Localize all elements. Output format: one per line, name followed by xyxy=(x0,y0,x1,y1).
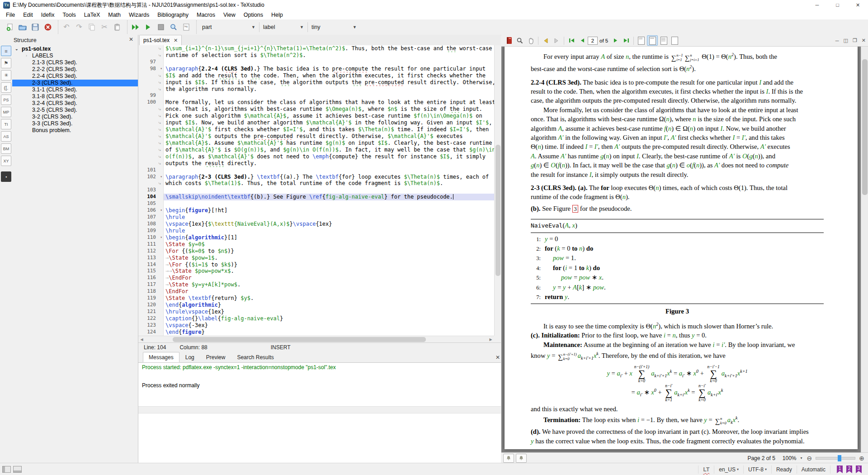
toggle-structure-panel-icon[interactable] xyxy=(2,466,11,473)
pdf-fit-width-icon[interactable] xyxy=(647,35,658,46)
side-panel-icon-7[interactable]: AS xyxy=(1,131,11,142)
code-line[interactable]: 115→→\State $pow=pow*x$. xyxy=(138,268,494,275)
pdf-dock-icon[interactable]: ◫ xyxy=(844,38,848,43)
view-log-button[interactable]: log xyxy=(180,21,192,33)
structure-item[interactable]: 2.1-3 (CLRS 3ed). xyxy=(12,59,138,66)
pdf-bell-icon-2[interactable] xyxy=(516,454,527,463)
editor-vertical-scrollbar[interactable] xyxy=(494,45,501,336)
code-line[interactable]: 107\hrule xyxy=(138,214,494,221)
code-line[interactable]: 109\hrule xyxy=(138,228,494,234)
menu-tools[interactable]: Tools xyxy=(59,11,80,19)
code-line[interactable]: ⤷the algorithm runs normally. xyxy=(138,86,494,93)
pdf-last-page-icon[interactable] xyxy=(621,36,631,45)
code-line[interactable]: 118\EndFor xyxy=(138,288,494,295)
pdf-hand-tool-icon[interactable] xyxy=(526,36,536,45)
code-line[interactable]: ⤷$\sum_{i=1}^{n-1}\sum_{j=i+1}^{n}\Theta… xyxy=(138,45,494,52)
code-line[interactable]: 110▾\begin{algorithmic}[1] xyxy=(138,234,494,241)
structure-item[interactable]: ›LABELS xyxy=(12,52,138,59)
menu-math[interactable]: Math xyxy=(104,11,125,19)
pdf-zoom-level[interactable]: 100% xyxy=(783,455,797,461)
languagetool-status[interactable]: LT xyxy=(703,466,709,473)
encoding-selector[interactable]: UTF-8▾ xyxy=(743,466,771,474)
code-line[interactable]: 106▾\begin{figure}[!ht] xyxy=(138,207,494,214)
build-and-view-button[interactable] xyxy=(130,21,142,33)
pdf-fit-text-icon[interactable] xyxy=(659,36,669,45)
code-line[interactable]: 117→\State $y=y+A[k]*pow$. xyxy=(138,281,494,288)
pdf-fit-original-icon[interactable]: 100 xyxy=(636,36,646,45)
side-panel-icon-3[interactable]: ([. xyxy=(1,82,11,93)
side-panel-icon-9[interactable]: XY xyxy=(1,156,11,166)
code-line[interactable]: ⤷input $I$. Now, we build another algori… xyxy=(138,119,494,126)
code-line[interactable]: 103 xyxy=(138,187,494,194)
compile-mode-status[interactable]: Automatic xyxy=(797,466,830,474)
code-line[interactable]: 100More formally, let us consider the cl… xyxy=(138,99,494,106)
code-line[interactable]: 122\caption{}\label{fig-alg-naive-eval} xyxy=(138,315,494,322)
label-combo[interactable]: label▼ xyxy=(259,22,307,33)
messages-horizontal-scrollbar[interactable] xyxy=(138,406,501,413)
section-level-combo[interactable]: part▼ xyxy=(198,22,259,33)
zoom-slider-handle[interactable] xyxy=(838,455,841,461)
side-panel-icon-0[interactable]: ≡ xyxy=(1,46,11,56)
menu-macros[interactable]: Macros xyxy=(193,11,219,19)
code-line[interactable]: 97 xyxy=(138,59,494,66)
messages-tab-preview[interactable]: Preview xyxy=(200,352,231,362)
messages-close-icon[interactable]: ✕ xyxy=(495,354,500,361)
code-editor[interactable]: ⤷$\sum_{i=1}^{n-1}\sum_{j=i+1}^{n}\Theta… xyxy=(138,45,494,336)
menu-bibliography[interactable]: Bibliography xyxy=(153,11,193,19)
code-line[interactable]: 98▾\paragraph{2.2-4 (CLRS 3ed).} The bas… xyxy=(138,66,494,72)
side-panel-icon-8[interactable]: BM xyxy=(1,143,11,154)
spell-language-selector[interactable]: en_US▾ xyxy=(714,466,743,474)
messages-tab-log[interactable]: Log xyxy=(179,352,200,362)
bookmark-icon-3[interactable]: 3 xyxy=(856,466,862,473)
structure-item[interactable]: 2.2-4 (CLRS 3ed). xyxy=(12,73,138,80)
cut-icon[interactable]: ✂ xyxy=(99,21,110,33)
menu-wizards[interactable]: Wizards xyxy=(125,11,153,19)
code-line[interactable]: ⤷of $\mathcal{A}'$ is $O(g(n))$, and $g(… xyxy=(138,147,494,153)
stop-button[interactable] xyxy=(155,21,167,33)
structure-item[interactable]: 3.1-1 (CLRS 3ed). xyxy=(12,86,138,93)
minimize-button[interactable]: ─ xyxy=(807,0,827,10)
pdf-next-page-icon[interactable] xyxy=(610,36,620,45)
structure-root[interactable]: ⌄ps1-sol.tex xyxy=(12,46,138,52)
side-panel-icon-6[interactable]: TI xyxy=(1,119,11,129)
structure-item[interactable]: 3-3 (CLRS 3ed). xyxy=(12,120,138,127)
code-line[interactable]: 104\smallskip\noindent\textbf{(b).} See … xyxy=(138,194,494,200)
pdf-minimize-icon[interactable]: ─ xyxy=(835,38,839,43)
structure-item[interactable]: 3.1-8 (CLRS 3ed). xyxy=(12,93,138,100)
pdf-forward-icon[interactable] xyxy=(552,36,561,45)
messages-tab-search-results[interactable]: Search Results xyxy=(231,352,279,362)
side-panel-icon-4[interactable]: PS xyxy=(1,95,11,105)
pdf-fit-page-icon[interactable] xyxy=(670,36,679,45)
code-line[interactable]: 123\vspace{-3ex} xyxy=(138,322,494,329)
code-line[interactable]: 101 xyxy=(138,167,494,174)
paste-icon[interactable] xyxy=(111,21,123,33)
close-button[interactable]: ✕ xyxy=(848,0,868,10)
compile-button[interactable] xyxy=(142,21,154,33)
tab-ps1-sol[interactable]: ps1-sol.tex ✕ xyxy=(139,35,182,45)
code-line[interactable]: 124\end{figure} xyxy=(138,329,494,336)
view-pdf-button[interactable] xyxy=(168,21,179,33)
code-line[interactable]: 112\For {($k=0$ to $n$)} xyxy=(138,248,494,255)
side-panel-icon-2[interactable]: ✳ xyxy=(1,70,11,81)
code-line[interactable]: 119\State \textbf{return} $y$. xyxy=(138,295,494,302)
code-line[interactable]: 111\State $y=0$ xyxy=(138,241,494,248)
code-line[interactable]: ⤷$\mathcal{A}$. Assume $\mathcal{A}'$ ha… xyxy=(138,140,494,147)
menu-idefix[interactable]: Idefix xyxy=(37,11,59,19)
code-line[interactable]: 102▾\paragraph{2-3 (CLRS 3ed).} \textbf{… xyxy=(138,174,494,180)
bookmark-icon-1[interactable]: 1 xyxy=(837,466,843,473)
zoom-in-icon[interactable]: ⊕ xyxy=(859,455,864,462)
new-document-button[interactable] xyxy=(4,21,16,33)
structure-item[interactable]: Bonus problem. xyxy=(12,127,138,134)
menu-latex[interactable]: LaTeX xyxy=(80,11,104,19)
pdf-document-icon[interactable] xyxy=(504,36,514,45)
menu-view[interactable]: View xyxy=(219,11,240,19)
code-line[interactable]: ⤷outputs the result directly. xyxy=(138,160,494,167)
save-button[interactable] xyxy=(29,21,41,33)
toggle-messages-panel-icon[interactable] xyxy=(13,466,22,473)
code-line[interactable]: ⤷once. That is, algorithms with best-cas… xyxy=(138,106,494,113)
pdf-restore-icon[interactable]: ❐ xyxy=(853,38,857,43)
menu-edit[interactable]: Edit xyxy=(19,11,37,19)
code-line[interactable]: 114→\For {($i=1$ to $k$)} xyxy=(138,261,494,268)
code-line[interactable]: ⤷$I$ and add the result to the code. The… xyxy=(138,72,494,79)
code-line[interactable]: ⤷input is $I$. If this is the case, the … xyxy=(138,79,494,86)
